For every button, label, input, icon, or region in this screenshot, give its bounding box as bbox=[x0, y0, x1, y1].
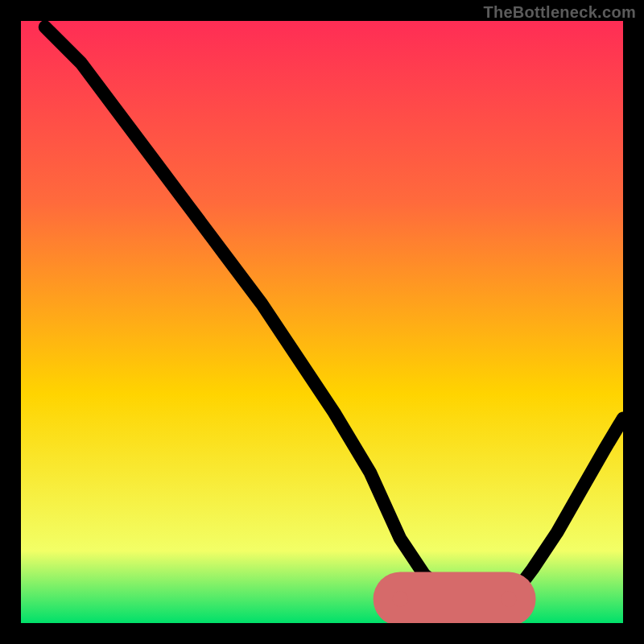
plot-area bbox=[21, 21, 623, 623]
watermark-text: TheBottleneck.com bbox=[483, 3, 636, 22]
optimal-range-end-dot bbox=[501, 591, 516, 606]
optimal-range-start-dot bbox=[393, 591, 408, 606]
bottleneck-chart bbox=[21, 21, 623, 623]
chart-container: { "watermark": "TheBottleneck.com", "cha… bbox=[0, 0, 644, 644]
